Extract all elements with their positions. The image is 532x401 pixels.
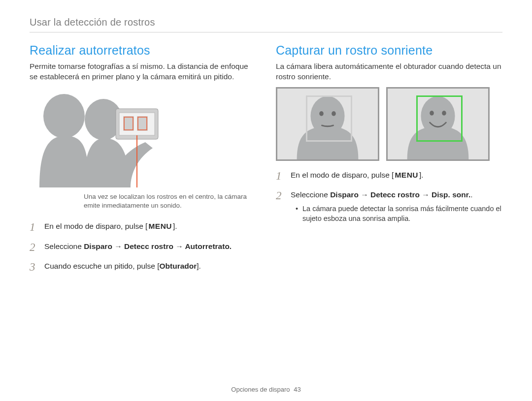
section-self-portrait: Realizar autorretratos Permite tomarse f…	[30, 43, 256, 281]
step-text: .	[470, 190, 472, 199]
illustration-callout: Una vez se localizan los rostros en el c…	[30, 192, 256, 210]
step-text: Seleccione	[291, 190, 330, 199]
svg-rect-4	[123, 116, 134, 131]
content-columns: Realizar autorretratos Permite tomarse f…	[30, 43, 502, 281]
menu-key-icon: MENU	[394, 170, 419, 181]
step-text: En el modo de disparo, pulse [	[291, 171, 394, 179]
shutter-strong: Obturador	[160, 262, 197, 270]
illustration-self-portrait	[30, 89, 177, 187]
step-2: Seleccione Disparo → Detecc rostro → Aut…	[30, 241, 256, 252]
step-text: ].	[173, 222, 177, 230]
detect-box-white	[306, 95, 352, 142]
step-text: Cuando escuche un pitido, pulse [	[44, 262, 160, 270]
footer-section: Opciones de disparo	[231, 386, 290, 393]
manual-page: Usar la detección de rostros Realizar au…	[0, 0, 532, 401]
self-portrait-graphic	[30, 89, 177, 187]
section-intro: Permite tomarse fotografías a sí mismo. …	[30, 62, 256, 82]
step-3: Cuando escuche un pitido, pulse [Obturad…	[30, 261, 256, 272]
callout-text: Una vez se localizan los rostros en el c…	[84, 192, 256, 210]
step-text: Seleccione	[44, 242, 84, 250]
section-title: Capturar un rostro sonriente	[276, 43, 502, 58]
detect-box-green	[416, 95, 463, 142]
steps-right: En el modo de disparo, pulse [MENU]. Sel…	[276, 170, 502, 224]
step-bullet: La cámara puede detectar la sonrisa más …	[296, 204, 502, 224]
step-2: Seleccione Disparo → Detecc rostro → Dis…	[276, 189, 502, 223]
menu-key-icon: MENU	[147, 221, 173, 232]
step-text: En el modo de disparo, pulse [	[44, 222, 147, 230]
step-1: En el modo de disparo, pulse [MENU].	[30, 221, 256, 232]
section-intro: La cámara libera automáticamente el obtu…	[276, 62, 502, 82]
face-detection-illustrations	[276, 87, 502, 161]
steps-left: En el modo de disparo, pulse [MENU]. Sel…	[30, 221, 256, 272]
step-1: En el modo de disparo, pulse [MENU].	[276, 170, 502, 181]
step-sublist: La cámara puede detectar la sonrisa más …	[291, 204, 502, 224]
face-frame-smile	[386, 87, 490, 161]
page-footer: Opciones de disparo 43	[0, 386, 532, 393]
page-number: 43	[294, 386, 300, 393]
svg-rect-5	[137, 116, 148, 131]
section-smile-shot: Capturar un rostro sonriente La cámara l…	[276, 43, 502, 281]
breadcrumb: Usar la detección de rostros	[30, 17, 502, 28]
face-frame-neutral	[276, 87, 379, 161]
step-text: ].	[197, 262, 201, 270]
section-title: Realizar autorretratos	[30, 43, 256, 58]
step-path-strong: Disparo → Detecc rostro → Autorretrato.	[84, 242, 232, 250]
step-path-strong: Disparo → Detecc rostro → Disp. sonr.	[330, 190, 470, 199]
svg-point-0	[43, 94, 85, 138]
divider	[30, 32, 502, 32]
step-text: ].	[419, 171, 424, 179]
